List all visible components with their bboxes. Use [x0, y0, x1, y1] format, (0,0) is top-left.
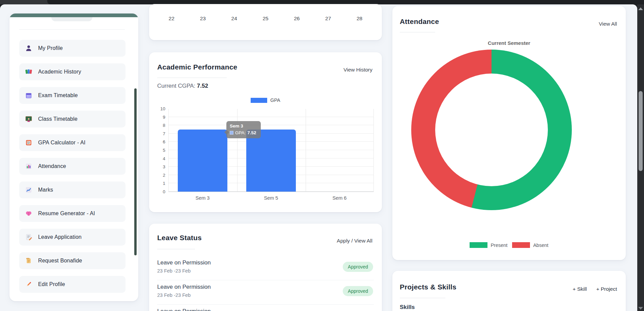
tooltip-title: Sem 3 — [230, 123, 257, 129]
tooltip-value: 7.52 — [247, 130, 256, 135]
leave-status-card: Leave Status Apply / View All Leave on P… — [149, 224, 382, 311]
sidebar-menu: My Profile Academic History Exam Timetab… — [19, 40, 125, 300]
calendar-icon — [25, 91, 33, 100]
leave-list: Leave on Permission 23 Feb -23 Feb Appro… — [157, 256, 374, 311]
y-tick-label: 6 — [154, 139, 165, 145]
gpa-bar-chart — [168, 109, 374, 192]
leave-row: Leave on Permission — [157, 305, 374, 311]
sidebar-item-label: Resume Generator - AI — [38, 210, 95, 217]
page-scrollbar[interactable] — [637, 4, 644, 311]
calendar-day[interactable]: 27 — [312, 13, 344, 24]
y-tick-label: 4 — [154, 156, 165, 162]
calendar-day[interactable]: 26 — [281, 13, 312, 24]
y-tick-label: 10 — [154, 106, 165, 112]
y-tick-label: 9 — [154, 114, 165, 120]
gpa-legend-swatch — [251, 98, 267, 103]
sidebar-item-attendance[interactable]: Attendance — [19, 158, 125, 175]
memo-icon — [25, 233, 33, 241]
add-project-button[interactable]: + Project — [596, 286, 617, 292]
sidebar-item-request-bonafide[interactable]: Request Bonafide — [19, 252, 125, 269]
sidebar-scrollbar-thumb[interactable] — [134, 88, 137, 255]
present-label: Present — [491, 243, 507, 248]
title-divider — [400, 32, 435, 32]
sidebar-item-label: Exam Timetable — [38, 92, 78, 98]
sidebar-item-label: Academic History — [38, 69, 81, 75]
sidebar-item-my-profile[interactable]: My Profile — [19, 40, 125, 57]
gpa-chart-legend: GPA — [149, 97, 382, 103]
sidebar-item-leave-application[interactable]: Leave Application — [19, 229, 125, 246]
gpa-legend-label: GPA — [270, 97, 280, 103]
sidebar-item-label: My Profile — [38, 45, 63, 51]
attendance-title: Attendance — [400, 18, 439, 26]
sidebar-item-label: GPA Calculator - AI — [38, 140, 85, 146]
sidebar-item-edit-profile[interactable]: Edit Profile — [19, 276, 125, 293]
y-tick-label: 8 — [154, 122, 165, 129]
sidebar-item-marks[interactable]: Marks — [19, 181, 125, 198]
scroll-up-arrow-icon[interactable] — [638, 7, 643, 10]
sidebar-item-class-timetable[interactable]: Class Timetable — [19, 111, 125, 128]
title-divider — [400, 298, 445, 298]
bar-chart-icon — [25, 162, 33, 170]
gridline — [306, 109, 306, 192]
skills-subheading: Skills — [400, 304, 415, 311]
sidebar-item-resume-generator[interactable]: Resume Generator - AI — [19, 205, 125, 222]
leave-row: Leave on Permission 23 Feb -23 Feb Appro… — [157, 280, 374, 305]
projects-skills-title: Projects & Skills — [400, 283, 456, 291]
sidebar-item-gpa-calculator[interactable]: GPA Calculator - AI — [19, 134, 125, 151]
cgpa-label: Current CGPA: — [157, 83, 195, 89]
leave-dates: 23 Feb -23 Feb — [157, 292, 191, 298]
brain-icon — [25, 209, 33, 218]
legend-item-present: Present — [470, 242, 507, 248]
sidebar-top-accent — [9, 13, 138, 17]
leave-status-title: Leave Status — [157, 234, 202, 242]
bar-chart-y-axis: 109876543210 — [154, 106, 165, 195]
donut-chart-title: Current Semester — [392, 40, 626, 46]
absent-label: Absent — [533, 243, 548, 248]
status-badge: Approved — [343, 286, 373, 296]
apply-view-all-link[interactable]: Apply / View All — [337, 238, 372, 244]
add-skill-button[interactable]: + Skill — [573, 286, 587, 292]
sidebar-item-exam-timetable[interactable]: Exam Timetable — [19, 87, 125, 104]
view-history-link[interactable]: View History — [343, 67, 372, 73]
books-icon — [25, 68, 33, 76]
projects-skills-card: Projects & Skills + Skill + Project Skil… — [392, 271, 626, 311]
attendance-card: Attendance View All Current Semester Pre… — [392, 6, 626, 260]
sidebar-item-label: Request Bonafide — [38, 258, 82, 264]
abacus-icon — [25, 139, 33, 147]
sidebar-item-label: Attendance — [38, 163, 66, 169]
view-all-link[interactable]: View All — [599, 21, 617, 27]
title-divider — [157, 78, 227, 78]
pencil-icon — [25, 280, 33, 288]
academic-performance-card: Academic Performance View History Curren… — [149, 52, 382, 212]
calendar-days-row: 22 23 24 25 26 27 28 — [156, 13, 375, 24]
attendance-donut[interactable] — [411, 50, 572, 210]
calendar-day[interactable]: 24 — [219, 13, 250, 24]
teacher-icon — [25, 115, 33, 123]
leave-title: Leave on Permission — [157, 308, 211, 311]
x-label-sem5: Sem 5 — [237, 195, 305, 201]
attendance-legend: Present Absent — [392, 242, 626, 248]
calendar-day[interactable]: 22 — [156, 13, 187, 24]
legend-item-absent: Absent — [512, 242, 548, 248]
page-scrollbar-thumb[interactable] — [639, 91, 643, 171]
present-swatch — [470, 242, 487, 248]
calendar-day[interactable]: 25 — [250, 13, 281, 24]
gpa-bar-sem3[interactable] — [178, 130, 227, 192]
y-tick-label: 7 — [154, 131, 165, 137]
scroll-down-arrow-icon[interactable] — [638, 307, 643, 310]
donut-hole — [435, 74, 548, 186]
x-label-sem3: Sem 3 — [168, 195, 237, 201]
y-tick-label: 1 — [154, 180, 165, 187]
chart-tooltip: Sem 3 GPA: 7.52 — [226, 121, 261, 138]
sidebar-item-label: Marks — [38, 187, 53, 193]
calendar-card: 22 23 24 25 26 27 28 — [149, 4, 382, 40]
sidebar-item-label: Edit Profile — [38, 281, 65, 287]
sidebar-item-academic-history[interactable]: Academic History — [19, 63, 125, 80]
absent-swatch — [512, 242, 530, 248]
calendar-day[interactable]: 23 — [187, 13, 219, 24]
y-tick-label: 3 — [154, 164, 165, 170]
leave-title: Leave on Permission — [157, 284, 211, 290]
gpa-bar-sem5[interactable] — [246, 130, 296, 192]
calendar-day[interactable]: 28 — [344, 13, 375, 24]
academic-performance-title: Academic Performance — [157, 63, 237, 71]
